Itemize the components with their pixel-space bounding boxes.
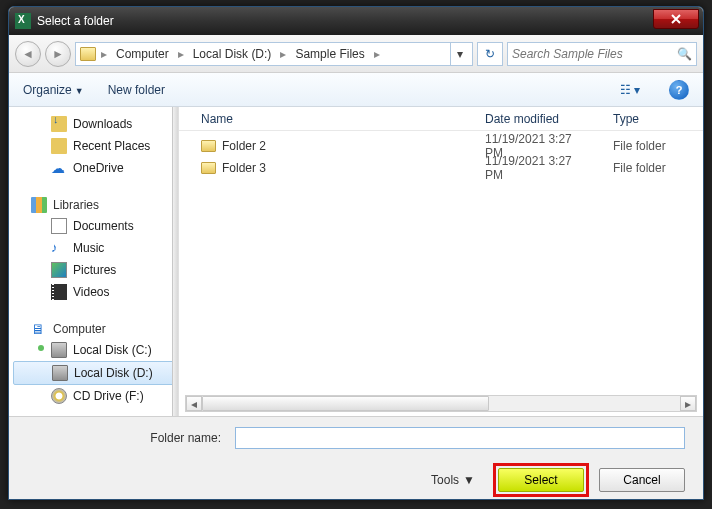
chevron-down-icon: ▼ (72, 86, 84, 96)
sidebar-item-label: Documents (73, 219, 134, 233)
excel-app-icon (15, 13, 31, 29)
sidebar-item-label: Local Disk (D:) (74, 366, 153, 380)
sidebar-item-label: Music (73, 241, 104, 255)
scroll-thumb[interactable] (202, 396, 489, 411)
music-icon: ♪ (51, 240, 67, 256)
close-button[interactable] (653, 9, 699, 29)
tools-menu[interactable]: Tools▼ (431, 473, 475, 487)
scroll-track[interactable] (202, 396, 680, 411)
sidebar-item-documents[interactable]: Documents (9, 215, 178, 237)
close-icon (670, 14, 682, 24)
column-header-date[interactable]: Date modified (475, 112, 603, 126)
onedrive-icon: ☁ (51, 160, 67, 176)
column-header-type[interactable]: Type (603, 112, 703, 126)
disk-icon (52, 365, 68, 381)
disk-icon (51, 342, 67, 358)
documents-icon (51, 218, 67, 234)
libraries-icon (31, 197, 47, 213)
folder-picker-dialog: Select a folder ◄ ► ▸ Computer ▸ Local D… (8, 6, 704, 500)
breadcrumb-item[interactable]: Computer (112, 45, 173, 63)
sidebar-item-label: Pictures (73, 263, 116, 277)
sidebar-item-label: Local Disk (C:) (73, 343, 152, 357)
view-options-button[interactable]: ☷ ▾ (615, 79, 645, 101)
breadcrumb-item[interactable]: Local Disk (D:) (189, 45, 276, 63)
sidebar-splitter[interactable] (172, 107, 178, 416)
recent-icon (51, 138, 67, 154)
breadcrumb-item[interactable]: Sample Files (291, 45, 368, 63)
folder-icon (201, 162, 216, 174)
column-headers: Name Date modified Type (179, 107, 703, 131)
videos-icon (51, 284, 67, 300)
file-name: Folder 3 (222, 161, 266, 175)
navigation-bar: ◄ ► ▸ Computer ▸ Local Disk (D:) ▸ Sampl… (9, 35, 703, 73)
folder-icon (201, 140, 216, 152)
sidebar-group-libraries[interactable]: Libraries (9, 193, 178, 215)
organize-menu[interactable]: Organize▼ (23, 83, 84, 97)
sidebar-item-cd-drive[interactable]: CD Drive (F:) (9, 385, 178, 407)
sidebar-item-label: Videos (73, 285, 109, 299)
sidebar-group-computer[interactable]: 🖥Computer (9, 317, 178, 339)
folder-name-label: Folder name: (27, 431, 227, 445)
sidebar-item-label: Recent Places (73, 139, 150, 153)
sidebar-item-pictures[interactable]: Pictures (9, 259, 178, 281)
cd-icon (51, 388, 67, 404)
file-type: File folder (603, 139, 703, 153)
navigation-pane: Downloads Recent Places ☁OneDrive Librar… (9, 107, 179, 416)
file-name: Folder 2 (222, 139, 266, 153)
sidebar-item-disk-c[interactable]: Local Disk (C:) (9, 339, 178, 361)
folder-name-input[interactable] (235, 427, 685, 449)
search-icon: 🔍 (677, 47, 692, 61)
cancel-button[interactable]: Cancel (599, 468, 685, 492)
refresh-button[interactable]: ↻ (477, 42, 503, 66)
organize-label: Organize (23, 83, 72, 97)
sidebar-item-disk-d[interactable]: Local Disk (D:) (13, 361, 174, 385)
select-button-highlight: Select (493, 463, 589, 497)
sidebar-item-recent[interactable]: Recent Places (9, 135, 178, 157)
chevron-right-icon: ▸ (371, 47, 383, 61)
search-box[interactable]: 🔍 (507, 42, 697, 66)
downloads-icon (51, 116, 67, 132)
help-button[interactable]: ? (669, 80, 689, 100)
sidebar-item-onedrive[interactable]: ☁OneDrive (9, 157, 178, 179)
sidebar-item-music[interactable]: ♪Music (9, 237, 178, 259)
pictures-icon (51, 262, 67, 278)
file-type: File folder (603, 161, 703, 175)
file-row[interactable]: Folder 3 11/19/2021 3:27 PM File folder (179, 157, 703, 179)
computer-icon: 🖥 (31, 321, 47, 337)
sidebar-item-label: OneDrive (73, 161, 124, 175)
tools-label: Tools (431, 473, 459, 487)
nav-forward-button[interactable]: ► (45, 41, 71, 67)
file-list: Name Date modified Type Folder 2 11/19/2… (179, 107, 703, 416)
column-header-name[interactable]: Name (179, 112, 475, 126)
search-input[interactable] (512, 47, 677, 61)
window-title: Select a folder (37, 14, 653, 28)
nav-back-button[interactable]: ◄ (15, 41, 41, 67)
sidebar-group-label: Computer (53, 322, 106, 336)
toolbar: Organize▼ New folder ☷ ▾ ? (9, 73, 703, 107)
scroll-left-icon[interactable]: ◂ (186, 396, 202, 411)
chevron-right-icon: ▸ (98, 47, 110, 61)
chevron-right-icon: ▸ (277, 47, 289, 61)
file-date: 11/19/2021 3:27 PM (475, 154, 603, 182)
folder-icon (80, 47, 96, 61)
sidebar-item-label: Downloads (73, 117, 132, 131)
sidebar-item-downloads[interactable]: Downloads (9, 113, 178, 135)
select-button[interactable]: Select (498, 468, 584, 492)
horizontal-scrollbar[interactable]: ◂ ▸ (185, 395, 697, 412)
dialog-footer: Folder name: Tools▼ Select Cancel (9, 417, 703, 500)
new-folder-button[interactable]: New folder (108, 83, 165, 97)
chevron-right-icon: ▸ (175, 47, 187, 61)
sidebar-group-label: Libraries (53, 198, 99, 212)
file-row[interactable]: Folder 2 11/19/2021 3:27 PM File folder (179, 135, 703, 157)
main-area: Downloads Recent Places ☁OneDrive Librar… (9, 107, 703, 417)
titlebar: Select a folder (9, 7, 703, 35)
sidebar-item-label: CD Drive (F:) (73, 389, 144, 403)
scroll-right-icon[interactable]: ▸ (680, 396, 696, 411)
sidebar-item-videos[interactable]: Videos (9, 281, 178, 303)
file-list-body: Folder 2 11/19/2021 3:27 PM File folder … (179, 131, 703, 416)
breadcrumb-dropdown[interactable]: ▾ (450, 43, 468, 65)
chevron-down-icon: ▼ (463, 473, 475, 487)
breadcrumb[interactable]: ▸ Computer ▸ Local Disk (D:) ▸ Sample Fi… (75, 42, 473, 66)
